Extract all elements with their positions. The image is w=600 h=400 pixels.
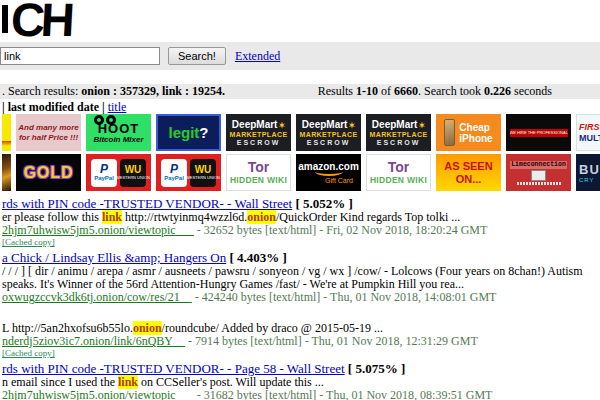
results-count: Results 1-10 of 6660. Search took 0.226 …	[318, 84, 552, 99]
spacer	[2, 70, 600, 84]
tor-onion-logo: Tor	[248, 160, 270, 175]
search-result-3: L http://5an2hxofsu6b55lo.onion/roundcub…	[2, 308, 600, 358]
result-title-row: rds with PIN code -TRUSTED VENDOR- - Pag…	[2, 362, 600, 376]
result-url-link[interactable]: oxwugzccvk3dk6tj.onion/cow/res/21__	[2, 290, 192, 304]
search-button[interactable]: Search!	[168, 47, 226, 65]
sort-title-link[interactable]: title	[108, 100, 127, 114]
result-meta: - 32652 bytes [text/html] - Fri, 02 Nov …	[194, 223, 488, 237]
banner-limeconnection[interactable]: Limeconnection	[506, 154, 571, 191]
search-bar: Search! Extended	[0, 42, 600, 70]
result-title-link[interactable]: rds with PIN code -TRUSTED VENDOR- - Wal…	[2, 196, 292, 211]
highlighted-term: link	[102, 210, 122, 224]
owl-eye-icon	[106, 115, 116, 125]
highlighted-term: onion	[247, 210, 276, 224]
banner-amazon-gift-card[interactable]: amazon.com Gift Card	[296, 154, 361, 191]
header: CH	[2, 0, 600, 42]
cached-copy-link[interactable]: [Cached copy]	[2, 237, 55, 247]
extended-search-link[interactable]: Extended	[235, 49, 280, 64]
banner-deepmart-2[interactable]: DeepMart MARKETPLACE ESCROW	[296, 114, 361, 151]
result-url-row: 2hjm7uhwisw5jm5.onion/viewtopic___ - 326…	[2, 224, 600, 237]
result-meta: - 31682 bytes [text/html] - Thu, 01 Nov …	[194, 388, 493, 400]
banner-cropped-gold[interactable]	[2, 154, 11, 191]
result-url-row: nderdj5ziov3ic7.onion/link/6nQBY__ - 791…	[2, 335, 600, 348]
banner-row-2: GOLD PayPal WUWESTERN UNION PayPal WUWES…	[2, 154, 600, 191]
banner-paypal-westernunion-1[interactable]: PayPal WUWESTERN UNION	[86, 154, 151, 191]
owl-eye-icon	[94, 115, 104, 125]
search-input[interactable]	[0, 47, 160, 65]
amazon-smile-icon	[315, 171, 343, 176]
torch-results-page: CH Search! Extended . Search results: on…	[0, 0, 600, 400]
highlighted-term: link	[118, 375, 138, 389]
banner-gold[interactable]: GOLD	[16, 154, 81, 191]
banner-tor-hidden-wiki-2[interactable]: Tor HIDDEN WIKI	[366, 154, 431, 191]
banner-paypal-westernunion-2[interactable]: PayPal WUWESTERN UNION	[156, 154, 221, 191]
banner-cheap-iphone[interactable]: CheapiPhone	[436, 114, 501, 151]
logo-cropped-letter	[2, 5, 8, 33]
search-result-1: rds with PIN code -TRUSTED VENDOR- - Wal…	[2, 197, 600, 247]
ad-banners: And many more for half Price !!! HOOT Bi…	[2, 114, 600, 191]
paypal-logo-icon	[170, 164, 178, 175]
banner-deepmart-1[interactable]: DeepMart MARKETPLACE ESCROW	[226, 114, 291, 151]
western-union-logo: WU	[195, 165, 212, 175]
result-meta: - 424240 bytes [text/html] - Thu, 01 Nov…	[192, 290, 497, 304]
result-snippet: / / / ] [ dir / animu / arepa / asmr / a…	[2, 265, 600, 291]
banner-hoot-bitcoin-mixer[interactable]: HOOT Bitcoin Mixer	[86, 114, 151, 151]
western-union-logo: WU	[125, 165, 142, 175]
results-info-bar: . Search results: onion : 357329, link :…	[0, 84, 600, 99]
banner-hitman-service[interactable]: WE HIRE THE PROFESSIONAL HITMAN SERVICE	[506, 114, 571, 151]
banner-deepmart-3[interactable]: DeepMart MARKETPLACE ESCROW	[366, 114, 431, 151]
cached-copy-link[interactable]: [Cached copy]	[2, 348, 55, 358]
relevance-score: [ 5.075% ]	[348, 361, 405, 376]
tiny-url-text	[517, 182, 561, 185]
highlighted-term: onion	[133, 321, 162, 335]
result-url-row: oxwugzccvk3dk6tj.onion/cow/res/21__ - 42…	[2, 291, 600, 304]
relevance-score: [ 5.052% ]	[295, 196, 352, 211]
cached-copy-row: [Cached copy]	[2, 237, 600, 247]
result-url-row: 2hjm7uhwisw5jm5.onion/viewtopic___ - 316…	[2, 389, 600, 400]
banner-row-1: And many more for half Price !!! HOOT Bi…	[2, 114, 600, 151]
result-title-row-cropped	[2, 308, 600, 322]
banner-cropped-yellow[interactable]	[2, 114, 11, 151]
torch-logo[interactable]: CH	[10, 0, 73, 47]
search-result-4: rds with PIN code -TRUSTED VENDOR- - Pag…	[2, 362, 600, 400]
index-stats: . Search results: onion : 357329, link :…	[2, 84, 225, 99]
paypal-logo-icon	[100, 164, 108, 175]
iphone-image	[444, 119, 455, 146]
sort-last-modified-date[interactable]: last modified date	[8, 100, 99, 114]
relevance-score: [ 4.403% ]	[229, 250, 286, 265]
product-image	[531, 170, 546, 181]
banner-tor-hidden-wiki-1[interactable]: Tor HIDDEN WIKI	[226, 154, 291, 191]
separator: |	[2, 100, 5, 114]
search-results-list: rds with PIN code -TRUSTED VENDOR- - Wal…	[2, 197, 600, 400]
banner-half-price-ad[interactable]: And many more for half Price !!!	[16, 114, 81, 151]
banner-as-seen-on[interactable]: AS SEEN ON...	[436, 154, 501, 191]
result-title-link[interactable]: a Chick / Lindsay Ellis &amp; Hangers On	[2, 250, 226, 265]
index-stats-value: onion : 357329, link : 19254.	[81, 84, 225, 98]
result-url-link[interactable]: 2hjm7uhwisw5jm5.onion/viewtopic___	[2, 388, 194, 400]
result-meta: - 7914 bytes [text/html] - Thu, 01 Nov 2…	[185, 334, 478, 348]
result-title-row: rds with PIN code -TRUSTED VENDOR- - Wal…	[2, 197, 600, 211]
result-title-row: a Chick / Lindsay Ellis &amp; Hangers On…	[2, 251, 600, 265]
result-title-link[interactable]: rds with PIN code -TRUSTED VENDOR- - Pag…	[2, 361, 345, 376]
separator: |	[102, 100, 105, 114]
tor-onion-logo: Tor	[388, 160, 410, 175]
search-result-2: a Chick / Lindsay Ellis &amp; Hangers On…	[2, 251, 600, 304]
banner-bu-crypto[interactable]: BU CRY	[576, 154, 600, 191]
result-url-link[interactable]: 2hjm7uhwisw5jm5.onion/viewtopic___	[2, 223, 194, 237]
index-stats-label: . Search results:	[2, 84, 81, 98]
banner-legit[interactable]: legit?	[156, 114, 221, 151]
banner-first-multi[interactable]: FIRST MULTI	[576, 114, 600, 151]
result-url-link[interactable]: nderdj5ziov3ic7.onion/link/6nQBY__	[2, 334, 185, 348]
sort-options: | last modified date | title	[2, 99, 600, 113]
cached-copy-row: [Cached copy]	[2, 348, 600, 358]
